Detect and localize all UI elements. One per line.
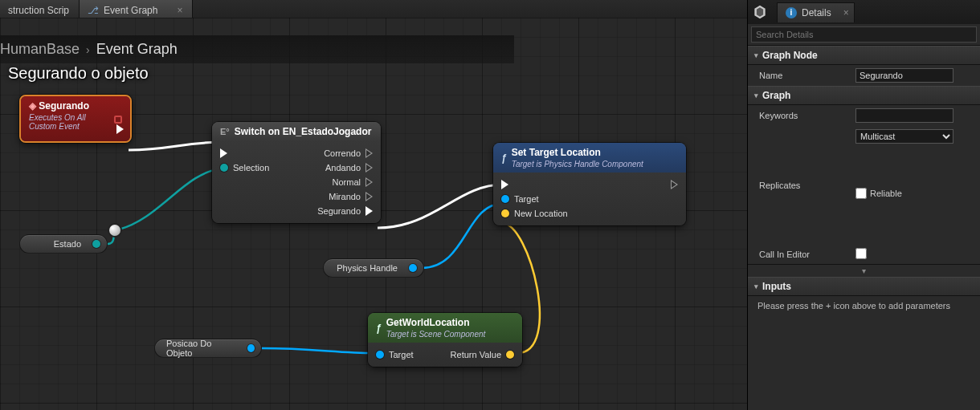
- keywords-input[interactable]: [855, 108, 953, 123]
- tab-label: struction Scrip: [8, 5, 69, 16]
- target-pin[interactable]: Target: [376, 350, 414, 359]
- tab-strip: struction Scrip ⎇ Event Graph ×: [0, 0, 747, 18]
- selection-pin[interactable]: Selection: [220, 163, 269, 173]
- variable-label: Posicao Do Objeto: [166, 339, 236, 358]
- node-title: Set Target Location: [512, 147, 601, 158]
- details-tab[interactable]: i Details ×: [777, 2, 855, 22]
- details-tab-label: Details: [802, 7, 831, 18]
- node-set-target-location[interactable]: ƒ Set Target Location Target is Physics …: [493, 143, 686, 225]
- output-pin[interactable]: [247, 344, 255, 352]
- replicates-select[interactable]: Multicast: [855, 129, 953, 144]
- node-title: GetWorldLocation: [386, 317, 470, 328]
- exec-out-segurando[interactable]: Segurando: [317, 206, 373, 216]
- chevron-down-icon: ▾: [754, 282, 758, 290]
- node-subtitle: Target is Physics Handle Component: [512, 160, 643, 168]
- call-in-editor-label: Call In Editor: [759, 250, 855, 259]
- variable-estado[interactable]: Estado: [19, 234, 108, 254]
- exec-out-correndo[interactable]: Correndo: [324, 148, 373, 158]
- reroute-node[interactable]: [109, 225, 120, 236]
- tab-label: Event Graph: [104, 5, 157, 16]
- exec-out-pin[interactable]: [671, 180, 678, 189]
- close-icon[interactable]: ×: [177, 5, 182, 16]
- variable-physics-handle[interactable]: Physics Handle: [323, 258, 424, 278]
- variable-label: Physics Handle: [337, 263, 398, 273]
- exec-in-pin[interactable]: [501, 180, 508, 189]
- chevron-right-icon: ›: [86, 43, 90, 56]
- node-header: ◈ Segurando Executes On All Custom Event: [21, 96, 130, 141]
- stop-icon: [114, 116, 122, 124]
- section-graph-node[interactable]: ▾ Graph Node: [748, 46, 980, 65]
- info-icon: i: [786, 7, 797, 18]
- breadcrumb-blueprint[interactable]: HumanBase: [0, 41, 80, 58]
- breadcrumb-graph[interactable]: Event Graph: [96, 41, 178, 58]
- section-graph[interactable]: ▾ Graph: [748, 86, 980, 105]
- section-inputs[interactable]: ▾ Inputs: [748, 277, 980, 296]
- node-title: Segurando: [39, 100, 89, 112]
- exec-out-mirando[interactable]: Mirando: [329, 192, 373, 201]
- reliable-checkbox[interactable]: [855, 188, 867, 199]
- exec-in-pin[interactable]: [220, 148, 227, 158]
- keywords-label: Keywords: [759, 111, 855, 120]
- node-get-world-location[interactable]: ƒ GetWorldLocation Target is Scene Compo…: [368, 313, 522, 367]
- node-header: ƒ Set Target Location Target is Physics …: [493, 143, 686, 173]
- variable-posicao-do-objeto[interactable]: Posicao Do Objeto: [154, 339, 262, 358]
- section-comment-title: Segurando o objeto: [8, 64, 149, 83]
- node-segurando-event[interactable]: ◈ Segurando Executes On All Custom Event: [19, 95, 132, 143]
- tab-event-graph[interactable]: ⎇ Event Graph ×: [80, 0, 193, 18]
- node-header: E° Switch on EN_EstadoJogador: [212, 122, 381, 141]
- event-icon: ◈: [29, 100, 36, 112]
- expand-icon[interactable]: ▾: [748, 264, 980, 277]
- name-label: Name: [759, 71, 855, 80]
- replicates-label: Replicates: [759, 181, 855, 190]
- new-location-pin[interactable]: New Location: [501, 209, 568, 218]
- tab-construction-script[interactable]: struction Scrip: [0, 0, 80, 18]
- node-subtitle: Executes On All Custom Event: [29, 113, 122, 131]
- variable-label: Estado: [54, 239, 81, 249]
- graph-icon: ⎇: [88, 5, 99, 16]
- search-details-input[interactable]: [751, 26, 977, 43]
- target-pin[interactable]: Target: [501, 194, 539, 204]
- close-icon[interactable]: ×: [843, 7, 849, 18]
- details-panel: i Details × ▾ Graph Node Name ▾ Graph Ke…: [747, 0, 980, 410]
- reliable-label: Reliable: [870, 189, 902, 198]
- exec-out-pin[interactable]: [116, 124, 124, 136]
- node-subtitle: Target is Scene Component: [386, 330, 486, 339]
- exec-out-normal[interactable]: Normal: [333, 177, 373, 187]
- name-input[interactable]: [855, 68, 953, 83]
- breadcrumb: HumanBase › Event Graph: [0, 35, 514, 63]
- node-title: Switch on EN_EstadoJogador: [235, 126, 372, 137]
- function-icon: ƒ: [501, 152, 507, 164]
- output-pin[interactable]: [92, 240, 100, 248]
- return-value-pin[interactable]: Return Value: [451, 350, 514, 359]
- inputs-hint: Please press the + icon above to add par…: [748, 296, 980, 315]
- node-header: ƒ GetWorldLocation Target is Scene Compo…: [368, 313, 522, 343]
- output-pin[interactable]: [409, 264, 417, 272]
- chevron-down-icon: ▾: [754, 51, 758, 59]
- exec-out-andando[interactable]: Andando: [325, 163, 373, 173]
- enum-icon: E°: [220, 127, 230, 136]
- chevron-down-icon: ▾: [754, 91, 758, 99]
- graph-canvas[interactable]: HumanBase › Event Graph Segurando o obje…: [0, 18, 747, 410]
- node-switch-estado[interactable]: E° Switch on EN_EstadoJogador Correndo S…: [212, 122, 381, 223]
- function-icon: ƒ: [376, 323, 382, 334]
- unreal-logo-icon: [748, 0, 772, 24]
- call-in-editor-checkbox[interactable]: [855, 248, 867, 259]
